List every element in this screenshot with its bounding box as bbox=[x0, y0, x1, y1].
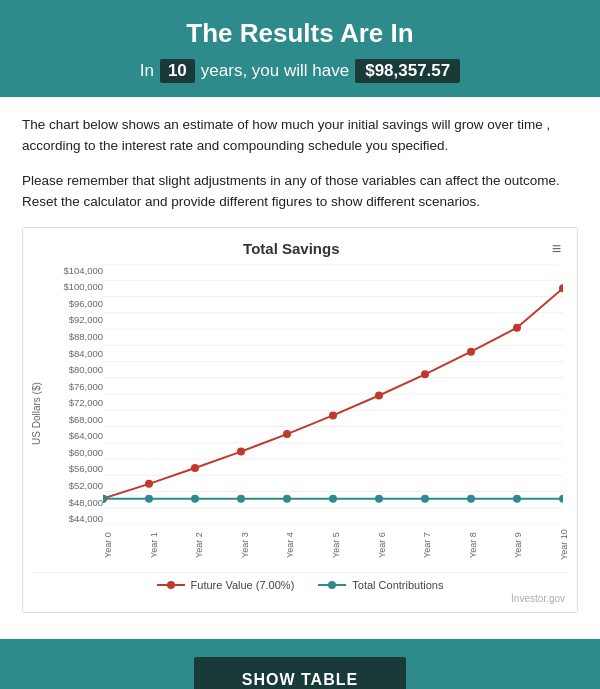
contrib-dot-5 bbox=[329, 494, 337, 502]
description-paragraph2: Please remember that slight adjustments … bbox=[22, 171, 578, 213]
contrib-dot-6 bbox=[375, 494, 383, 502]
main-title: The Results Are In bbox=[20, 18, 580, 49]
x-axis: Year 0 Year 1 Year 2 Year 3 Year 4 Year … bbox=[49, 526, 569, 564]
fv-dot-1 bbox=[145, 480, 153, 488]
legend-contributions-label: Total Contributions bbox=[352, 579, 443, 591]
future-value-line bbox=[103, 288, 563, 498]
fv-dot-3 bbox=[237, 447, 245, 455]
contrib-dot-0 bbox=[103, 494, 107, 502]
show-table-section: SHOW TABLE bbox=[0, 639, 600, 689]
fv-dot-7 bbox=[421, 370, 429, 378]
chart-menu-icon[interactable]: ≡ bbox=[548, 238, 565, 260]
legend-future-value: Future Value (7.00%) bbox=[157, 579, 295, 591]
legend-contributions: Total Contributions bbox=[318, 579, 443, 591]
contrib-dot-3 bbox=[237, 494, 245, 502]
fv-dot-2 bbox=[191, 464, 199, 472]
legend-future-label: Future Value (7.00%) bbox=[191, 579, 295, 591]
header-section: The Results Are In In 10 years, you will… bbox=[0, 0, 600, 97]
investor-credit: Investor.gov bbox=[31, 593, 569, 604]
y-axis: $104,000 $100,000 $96,000 $92,000 $88,00… bbox=[49, 264, 103, 524]
show-table-button[interactable]: SHOW TABLE bbox=[194, 657, 406, 689]
chart-legend: Future Value (7.00%) Total Contributions bbox=[31, 572, 569, 591]
contrib-dot-7 bbox=[421, 494, 429, 502]
line-chart bbox=[103, 264, 563, 524]
y-axis-label: US Dollars ($) bbox=[31, 264, 47, 564]
content-section: The chart below shows an estimate of how… bbox=[0, 97, 600, 639]
years-badge: 10 bbox=[160, 59, 195, 83]
fv-dot-9 bbox=[513, 323, 521, 331]
contrib-dot-9 bbox=[513, 494, 521, 502]
chart-container: Total Savings ≡ US Dollars ($) $104,000 … bbox=[22, 227, 578, 613]
contrib-dot-1 bbox=[145, 494, 153, 502]
contrib-dot-10 bbox=[559, 494, 563, 502]
fv-dot-8 bbox=[467, 347, 475, 355]
contrib-dot-8 bbox=[467, 494, 475, 502]
fv-dot-5 bbox=[329, 411, 337, 419]
description-paragraph1: The chart below shows an estimate of how… bbox=[22, 115, 578, 157]
fv-dot-6 bbox=[375, 391, 383, 399]
subtitle-prefix: In bbox=[140, 61, 154, 81]
amount-badge: $98,357.57 bbox=[355, 59, 460, 83]
contrib-dot-4 bbox=[283, 494, 291, 502]
chart-title: Total Savings bbox=[35, 240, 548, 257]
subtitle-middle: years, you will have bbox=[201, 61, 349, 81]
contrib-dot-2 bbox=[191, 494, 199, 502]
fv-dot-4 bbox=[283, 430, 291, 438]
